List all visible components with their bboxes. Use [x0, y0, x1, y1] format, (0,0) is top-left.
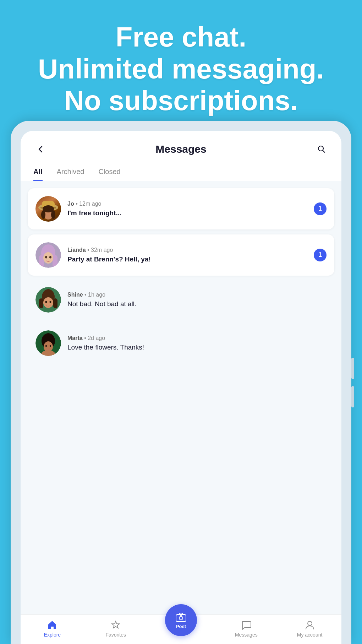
nav-label-favorites: Favorites: [105, 632, 126, 638]
list-item[interactable]: Lianda • 32m ago Party at Brenn's? Hell,…: [28, 234, 334, 276]
svg-point-27: [50, 345, 51, 347]
message-preview: Party at Brenn's? Hell, ya!: [67, 255, 307, 263]
svg-point-7: [51, 210, 55, 219]
list-item[interactable]: Jo • 12m ago I'm free tonight... 1: [28, 188, 334, 229]
bottom-navigation: Explore Favorites: [21, 615, 341, 644]
svg-rect-11: [53, 255, 57, 268]
svg-point-14: [49, 256, 51, 258]
message-content: Jo • 12m ago I'm free tonight...: [67, 201, 307, 217]
phone-frame: Messages All Archived Closed: [11, 121, 351, 644]
phone-screen: Messages All Archived Closed: [21, 131, 341, 644]
unread-badge: 1: [314, 202, 327, 215]
home-icon: [47, 620, 57, 631]
nav-item-messages[interactable]: Messages: [232, 620, 260, 638]
avatar: [35, 242, 61, 268]
hero-line3: No subscriptions.: [64, 85, 298, 116]
list-item[interactable]: Shine • 1h ago Not bad. Not bad at all.: [28, 281, 334, 319]
chat-icon: [241, 620, 252, 631]
svg-point-12: [43, 252, 53, 264]
svg-rect-18: [39, 298, 43, 308]
svg-point-20: [45, 301, 47, 303]
nav-item-favorites[interactable]: Favorites: [102, 620, 130, 638]
message-content: Lianda • 32m ago Party at Brenn's? Hell,…: [67, 247, 307, 263]
hero-line1: Free chat.: [116, 21, 246, 53]
message-meta: Jo • 12m ago: [67, 201, 307, 207]
svg-point-6: [41, 210, 45, 219]
side-notch: [351, 358, 354, 407]
person-icon: [305, 620, 315, 631]
back-button[interactable]: [33, 142, 48, 156]
avatar: [35, 196, 61, 222]
tab-closed[interactable]: Closed: [98, 163, 120, 181]
list-item[interactable]: Marta • 2d ago Love the flowers. Thanks!: [28, 324, 334, 362]
svg-point-21: [50, 301, 51, 303]
nav-label-my-account: My account: [297, 632, 323, 638]
nav-item-my-account[interactable]: My account: [296, 620, 324, 638]
message-tabs: All Archived Closed: [21, 163, 341, 181]
search-button[interactable]: [314, 142, 329, 156]
star-icon: [110, 620, 121, 631]
unread-badge: 1: [314, 249, 327, 261]
post-fab-label: Post: [176, 624, 186, 629]
message-list: Jo • 12m ago I'm free tonight... 1: [21, 181, 341, 615]
tab-all[interactable]: All: [33, 163, 43, 181]
message-meta: Marta • 2d ago: [67, 335, 327, 341]
avatar: [35, 330, 61, 356]
message-preview: I'm free tonight...: [67, 209, 307, 217]
hero-line2: Unlimited messaging.: [38, 53, 324, 85]
post-fab-button[interactable]: Post: [165, 604, 197, 636]
nav-item-explore[interactable]: Explore: [38, 620, 66, 638]
message-content: Marta • 2d ago Love the flowers. Thanks!: [67, 335, 327, 351]
svg-rect-19: [53, 298, 57, 308]
message-preview: Not bad. Not bad at all.: [67, 300, 327, 308]
avatar: [35, 287, 61, 313]
svg-point-13: [45, 256, 47, 258]
messages-screen: Messages All Archived Closed: [21, 131, 341, 644]
message-meta: Lianda • 32m ago: [67, 247, 307, 253]
tab-archived[interactable]: Archived: [57, 163, 84, 181]
hero-section: Free chat. Unlimited messaging. No subsc…: [0, 0, 362, 131]
nav-label-explore: Explore: [44, 632, 61, 638]
message-meta: Shine • 1h ago: [67, 292, 327, 298]
messages-header: Messages: [21, 131, 341, 163]
svg-point-26: [45, 345, 47, 347]
page-title: Messages: [155, 143, 206, 155]
camera-icon: [175, 612, 187, 623]
message-preview: Love the flowers. Thanks!: [67, 343, 327, 351]
svg-point-30: [308, 621, 312, 626]
nav-label-messages: Messages: [235, 632, 258, 638]
svg-rect-10: [39, 255, 44, 268]
message-content: Shine • 1h ago Not bad. Not bad at all.: [67, 292, 327, 308]
